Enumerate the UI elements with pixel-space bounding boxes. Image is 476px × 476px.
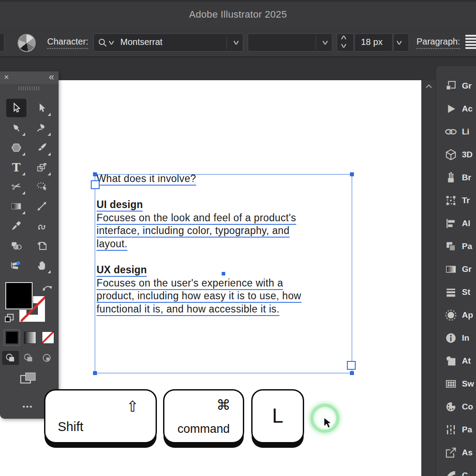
puppet-warp-icon — [11, 260, 22, 271]
scroll-up-icon[interactable] — [425, 84, 432, 89]
pattern-dashes-icon — [445, 424, 457, 436]
selection-handle-top-left[interactable] — [93, 172, 97, 176]
paintbrush-tool[interactable] — [32, 138, 52, 157]
dock-item-attributes[interactable]: At — [436, 352, 476, 370]
chain-link-icon — [445, 126, 457, 138]
lasso-selection-tool[interactable] — [32, 177, 52, 196]
dock-item-align[interactable]: Al — [436, 215, 476, 232]
draw-normal-mode[interactable] — [2, 351, 19, 365]
close-icon[interactable]: × — [4, 72, 9, 82]
panel-drag-handle[interactable] — [19, 86, 41, 90]
object-center-point — [222, 272, 225, 275]
scissors-icon: ✂ — [10, 180, 22, 193]
align-icon — [445, 217, 457, 230]
shape-tool[interactable] — [6, 138, 26, 157]
dock-item-color-guide[interactable]: C — [436, 467, 476, 476]
screen-mode-icon[interactable] — [19, 372, 38, 386]
font-family-chevron-icon[interactable]: v — [233, 38, 238, 46]
key-l-label: L — [272, 403, 283, 427]
selection-handle-bottom-left[interactable] — [93, 371, 97, 375]
collapse-panel-icon[interactable]: « — [49, 71, 54, 83]
shape-builder-tool[interactable] — [6, 236, 26, 255]
stroke-lines-icon — [445, 286, 457, 298]
fill-color-swatch[interactable] — [5, 282, 33, 309]
command-icon: ⌘ — [216, 397, 231, 413]
transform-icon — [445, 194, 457, 207]
text-out-port[interactable] — [347, 361, 356, 370]
key-command-label: command — [178, 422, 230, 436]
puppet-warp-tool[interactable] — [6, 256, 26, 275]
vertical-scrollbar[interactable] — [421, 80, 436, 476]
swap-fill-stroke-icon[interactable] — [42, 282, 53, 293]
font-size-dropdown[interactable]: v — [393, 33, 409, 52]
dock-item-gradient[interactable]: Gr — [436, 260, 476, 278]
hand-tool[interactable] — [32, 256, 52, 275]
direct-selection-arrow-icon — [36, 102, 48, 114]
dock-item-color[interactable]: Co — [436, 398, 476, 416]
blend-tool[interactable] — [32, 216, 52, 235]
curvature-tool[interactable] — [32, 119, 52, 137]
appearance-icon — [445, 309, 457, 321]
overlapping-squares-icon — [445, 80, 457, 92]
font-size-chevron-icon: v — [397, 38, 402, 46]
eyedropper-icon — [11, 220, 22, 231]
scissors-tool[interactable]: ✂ — [6, 177, 26, 196]
free-transform-tool[interactable] — [32, 158, 52, 177]
dock-item-pattern-options[interactable]: Pa — [436, 421, 476, 439]
gradient-tool[interactable] — [6, 197, 26, 216]
key-command: ⌘ command — [163, 389, 244, 443]
width-tool[interactable] — [32, 197, 52, 216]
dock-item-graphic-styles[interactable]: Gr — [436, 77, 476, 95]
type-tool-icon: T — [12, 162, 20, 173]
edit-toolbar-ellipsis-icon[interactable]: ••• — [22, 402, 33, 411]
info-icon — [445, 332, 457, 344]
dock-item-stroke[interactable]: St — [436, 283, 476, 301]
paintbrush-icon — [36, 142, 48, 153]
color-guide-fan-icon — [445, 469, 457, 476]
font-size-field[interactable]: 18 px — [354, 33, 393, 52]
artboard-tool[interactable] — [32, 236, 52, 255]
paragraph-align-icon[interactable] — [465, 34, 476, 51]
font-size-stepper[interactable]: v v — [337, 33, 354, 52]
font-family-value: Montserrat — [120, 37, 163, 47]
dock-item-appearance[interactable]: Ap — [436, 306, 476, 324]
stepper-down-icon[interactable]: v — [341, 41, 346, 49]
font-style-chevron-icon[interactable]: v — [322, 38, 327, 46]
dock-item-asset-export[interactable]: As — [436, 444, 476, 461]
selection-handle-top-right[interactable] — [350, 172, 354, 176]
draw-inside-mode[interactable] — [38, 351, 55, 365]
selection-handle-bottom-right[interactable] — [350, 371, 354, 375]
stepper-up-icon[interactable]: v — [341, 34, 346, 42]
dock-item-brushes[interactable]: Br — [436, 169, 476, 186]
selection-tool[interactable] — [6, 99, 26, 117]
free-transform-icon — [36, 162, 48, 173]
default-fill-stroke-icon[interactable] — [4, 313, 15, 324]
none-fill-button[interactable] — [42, 331, 54, 344]
text-in-port[interactable] — [91, 180, 100, 189]
selection-arrow-icon — [11, 102, 22, 114]
dock-item-links[interactable]: Li — [436, 123, 476, 141]
direct-selection-tool[interactable] — [32, 99, 52, 117]
dock-item-info[interactable]: In — [436, 329, 476, 347]
eyedropper-tool[interactable] — [6, 216, 26, 235]
attributes-icon — [445, 355, 457, 367]
color-fill-button[interactable] — [6, 331, 18, 344]
font-family-field[interactable]: v Montserrat v — [93, 33, 243, 52]
dock-item-swatches[interactable]: Sw — [436, 375, 476, 393]
paragraph-panel-link[interactable]: Paragraph: — [416, 37, 460, 49]
swatches-grid-icon — [445, 378, 457, 390]
blend-icon — [36, 220, 48, 231]
color-wheel-icon[interactable] — [18, 34, 36, 52]
type-tool[interactable]: T — [6, 158, 26, 177]
dock-item-actions[interactable]: Ac — [436, 100, 476, 118]
gradient-fill-button[interactable] — [24, 331, 36, 344]
gradient-icon — [445, 263, 457, 275]
font-style-field[interactable]: v — [248, 33, 332, 52]
dock-item-transform[interactable]: Tr — [436, 192, 476, 209]
dock-item-3d-materials[interactable]: 3D — [436, 146, 476, 164]
character-panel-link[interactable]: Character: — [47, 37, 88, 49]
font-size-value: 18 px — [361, 37, 383, 47]
dock-item-pathfinder[interactable]: Pa — [436, 238, 476, 255]
pen-tool[interactable] — [6, 119, 26, 137]
draw-behind-mode[interactable] — [20, 351, 37, 365]
